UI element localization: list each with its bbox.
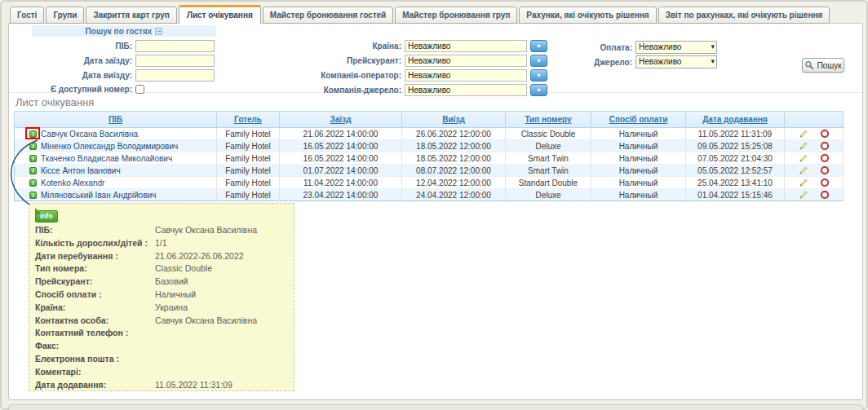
sort-room-type-link[interactable]: Тип номеру — [525, 115, 571, 124]
select-caret-icon: ▾ — [711, 57, 715, 65]
checkin-date-input[interactable] — [135, 55, 215, 67]
tab-guests[interactable]: Гості — [10, 7, 44, 24]
source-company-dropdown-button[interactable]: ▼ — [530, 84, 547, 96]
tooltip-label: Дата додавання: — [35, 379, 155, 392]
edit-button[interactable] — [799, 166, 808, 175]
source-select[interactable]: Неважливо ▾ — [636, 55, 717, 68]
search-button-label: Пошук — [817, 61, 841, 70]
edit-button[interactable] — [799, 142, 808, 151]
sort-payment-link[interactable]: Спосіб оплати — [609, 115, 668, 124]
tooltip-value: 1/1 — [155, 237, 167, 250]
payment-select[interactable]: Неважливо ▾ — [636, 41, 717, 54]
edit-button[interactable] — [799, 154, 808, 163]
available-room-checkbox[interactable] — [135, 85, 144, 94]
tooltip-row: Електронна пошта : — [35, 353, 289, 366]
source-label: Джерело: — [583, 58, 632, 67]
pricelist-label: Прейскурант: — [271, 56, 401, 65]
payment-cell: Наличный — [591, 189, 686, 201]
cancel-icon[interactable] — [821, 154, 829, 162]
sort-hotel-link[interactable]: Готель — [234, 115, 262, 124]
cancel-icon[interactable] — [821, 179, 829, 187]
tooltip-label: Країна: — [35, 302, 155, 315]
cancel-icon[interactable] — [821, 166, 829, 174]
tooltip-row: ПІБ:Савчук Оксана Василівна — [35, 224, 289, 237]
info-icon[interactable]: i — [29, 179, 37, 187]
info-icon[interactable]: i — [29, 167, 37, 174]
waiting-list-title: Лист очікування — [16, 96, 94, 108]
tab-group-cards-closing[interactable]: Закриття карт груп — [86, 7, 176, 24]
tooltip-label: ПІБ: — [35, 224, 155, 237]
chevron-down-icon: ▼ — [536, 43, 542, 49]
tab-waiting-list[interactable]: Лист очікування — [179, 5, 261, 24]
search-panel-title: Пошук по гостях — [86, 27, 153, 36]
info-icon[interactable]: i — [29, 130, 37, 138]
tooltip-value: Савчук Оксана Василівна — [155, 315, 257, 328]
tab-guest-booking-wizard[interactable]: Майстер бронювання гостей — [263, 7, 394, 24]
tab-group-booking-wizard[interactable]: Майстер бронювання груп — [395, 7, 517, 24]
country-dropdown-button[interactable]: ▼ — [530, 40, 547, 52]
sort-checkout-link[interactable]: Виїзд — [442, 115, 465, 124]
tooltip-value: 11.05.2022 11:31:09 — [155, 379, 232, 392]
operator-company-dropdown-button[interactable]: ▼ — [530, 69, 547, 82]
tooltip-value: Наличный — [155, 289, 196, 302]
pricelist-dropdown-button[interactable]: ▼ — [530, 55, 547, 67]
tooltip-value: Украина — [155, 302, 188, 315]
checkout-cell: 08.07.2022 12:00:00 — [402, 165, 506, 177]
pencil-icon — [799, 154, 808, 163]
guest-name: Кіссе Антон Іванович — [29, 166, 121, 175]
checkin-cell: 11.04.2022 14:00:00 — [280, 177, 402, 189]
edit-button[interactable] — [799, 179, 808, 187]
tooltip-value: 21.06.2022-26.06.2022 — [155, 250, 244, 263]
tab-groups[interactable]: Групи — [46, 7, 84, 24]
fullname-input[interactable] — [135, 40, 215, 52]
tooltip-label: Прейскурант: — [35, 276, 155, 289]
sort-name-link[interactable]: ПІБ — [108, 115, 122, 124]
table-row: iСавчук Оксана Василівна Family Hotel 21… — [15, 128, 844, 140]
tab-pending-invoices[interactable]: Рахунки, які очікують рішення — [519, 7, 656, 24]
tooltip-row: Країна:Украина — [35, 302, 289, 315]
fullname-label: ПІБ: — [33, 42, 132, 51]
cancel-icon[interactable] — [821, 142, 829, 150]
bottom-collapsed-panel[interactable] — [8, 404, 863, 410]
collapse-icon[interactable]: − — [155, 28, 162, 35]
guest-info-tooltip: info ПІБ:Савчук Оксана Василівна Кількіс… — [29, 203, 294, 391]
table-row: iКіссе Антон Іванович Family Hotel 01.07… — [15, 165, 844, 177]
info-icon[interactable]: i — [29, 192, 37, 199]
info-icon[interactable]: i — [29, 155, 37, 162]
checkout-date-input[interactable] — [135, 69, 215, 82]
sort-date-added-link[interactable]: Дата додавання — [702, 115, 768, 124]
search-button[interactable]: Пошук — [802, 58, 844, 73]
edit-button[interactable] — [799, 191, 808, 200]
payment-cell: Наличный — [591, 140, 686, 152]
tooltip-row: Дата додавання:11.05.2022 11:31:09 — [35, 379, 289, 392]
payment-cell: Наличный — [591, 177, 686, 189]
tooltip-label: Контактний телефон : — [35, 327, 155, 340]
tab-pending-invoices-report[interactable]: Звіт по рахунках, які очікують рішення — [658, 7, 830, 24]
tooltip-value: Базовий — [155, 276, 188, 289]
cancel-icon[interactable] — [821, 191, 829, 199]
tooltip-value: Савчук Оксана Василівна — [155, 224, 257, 237]
room-type-cell: Deluxe — [506, 140, 591, 152]
hotel-cell: Family Hotel — [217, 189, 280, 201]
date-added-cell: 11.05.2022 11:31:09 — [686, 128, 785, 140]
date-added-cell: 09.05.2022 15:25:08 — [686, 140, 785, 152]
tooltip-row: Дати перебування :21.06.2022-26.06.2022 — [35, 250, 289, 263]
country-select[interactable]: Неважливо — [405, 40, 527, 52]
info-icon[interactable]: i — [29, 143, 37, 150]
table-header-row: ПІБ Готель Заїзд Виїзд Тип номеру Спосіб… — [15, 112, 844, 128]
room-type-cell: Smart Twin — [506, 152, 591, 165]
tooltip-row: Спосіб оплати :Наличный — [35, 289, 289, 302]
source-company-select[interactable]: Неважливо — [405, 84, 527, 96]
operator-company-select[interactable]: Неважливо — [405, 69, 527, 82]
checkin-cell: 23.04.2022 14:00:00 — [280, 189, 402, 201]
checkin-cell: 01.07.2022 14:00:00 — [280, 165, 402, 177]
cancel-icon[interactable] — [821, 130, 829, 138]
sort-checkin-link[interactable]: Заїзд — [330, 115, 352, 124]
checkout-cell: 18.05.2022 12:00:00 — [402, 152, 506, 165]
tab-bar: Гості Групи Закриття карт груп Лист очік… — [10, 5, 831, 24]
tooltip-label: Спосіб оплати : — [35, 289, 155, 302]
pricelist-select[interactable]: Неважливо — [405, 55, 527, 67]
edit-button[interactable] — [799, 130, 808, 139]
operator-company-label: Компанія-оператор: — [271, 71, 401, 80]
app-window: Гості Групи Закриття карт груп Лист очік… — [0, 0, 868, 410]
